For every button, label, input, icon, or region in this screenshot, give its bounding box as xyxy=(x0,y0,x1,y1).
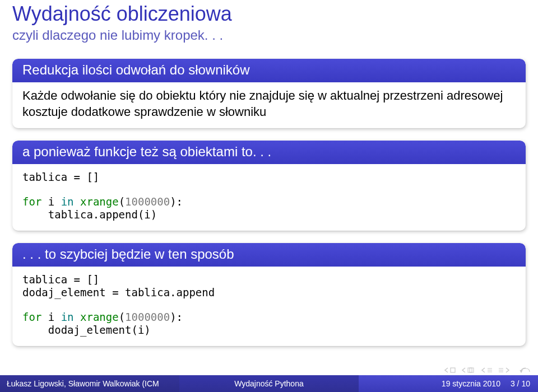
block-body-text: Każde odwołanie się do obiektu który nie… xyxy=(12,82,526,128)
code-listing: tablica = [] dodaj_element = tablica.app… xyxy=(22,273,516,336)
block-example-slow: a ponieważ funkcje też są obiektami to. … xyxy=(12,141,526,231)
block-example-fast: . . . to szybciej będzie w ten sposób ta… xyxy=(12,243,526,346)
nav-prev-subsect-icon[interactable] xyxy=(481,367,493,373)
footline-author: Łukasz Ligowski, Sławomir Walkowiak (ICM xyxy=(0,375,179,392)
frame-subtitle: czyli dlaczego nie lubimy kropek. . . xyxy=(12,27,526,43)
nav-symbols xyxy=(444,366,531,374)
block-title: Redukcja ilości odwołań do słowników xyxy=(12,59,526,82)
footline-page-number: 3 / 10 xyxy=(511,379,530,388)
frame-title: Wydajność obliczeniowa xyxy=(12,2,526,25)
code-listing: tablica = [] for i in xrange(1000000): t… xyxy=(22,171,516,221)
footline-date: 19 stycznia 2010 xyxy=(442,379,500,388)
block-body-code: tablica = [] dodaj_element = tablica.app… xyxy=(12,267,526,346)
footline-title: Wydajność Pythona xyxy=(179,375,359,392)
nav-undo-icon[interactable] xyxy=(519,366,531,374)
nav-back-icon[interactable] xyxy=(444,367,456,373)
block-title: . . . to szybciej będzie w ten sposób xyxy=(12,243,526,267)
nav-prev-frame-icon[interactable] xyxy=(461,367,475,373)
block-body-code: tablica = [] for i in xrange(1000000): t… xyxy=(12,164,526,231)
svg-rect-0 xyxy=(451,368,455,372)
nav-next-subsect-icon[interactable] xyxy=(498,367,510,373)
block-title: a ponieważ funkcje też są obiektami to. … xyxy=(12,141,526,164)
footline: Łukasz Ligowski, Sławomir Walkowiak (ICM… xyxy=(0,375,538,392)
block-dict-lookup: Redukcja ilości odwołań do słowników Każ… xyxy=(12,59,526,128)
footline-date-page: 19 stycznia 2010 3 / 10 xyxy=(359,375,538,392)
